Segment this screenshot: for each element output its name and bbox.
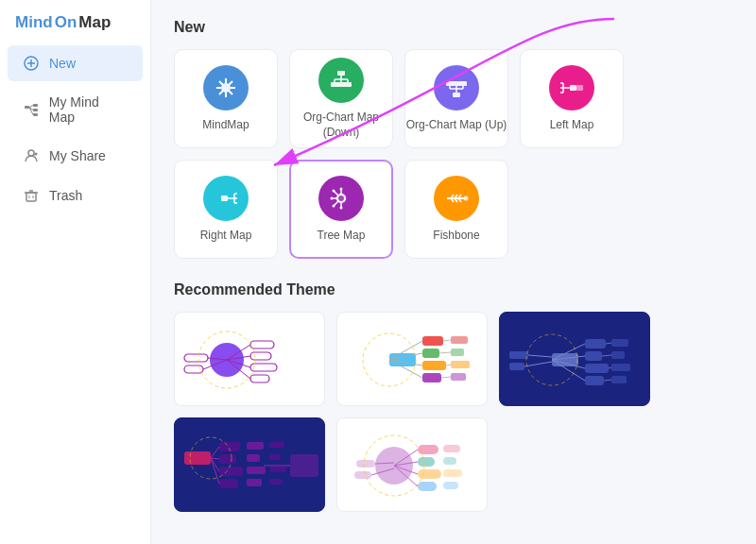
template-left-map[interactable]: Left Map <box>520 49 624 148</box>
sidebar-item-my-mind-map[interactable]: My Mind Map <box>8 85 143 134</box>
svg-rect-150 <box>269 467 286 472</box>
svg-rect-35 <box>337 82 345 87</box>
svg-rect-4 <box>33 104 38 107</box>
org-up-icon-circle <box>434 65 479 110</box>
svg-rect-5 <box>33 109 38 111</box>
svg-rect-122 <box>611 351 625 359</box>
svg-rect-165 <box>443 457 456 465</box>
svg-point-64 <box>340 187 343 190</box>
svg-rect-164 <box>443 445 460 452</box>
template-mindmap[interactable]: MindMap <box>174 49 278 148</box>
svg-rect-104 <box>451 361 470 368</box>
svg-point-68 <box>333 189 335 192</box>
trash-icon <box>23 187 40 204</box>
svg-rect-80 <box>250 341 274 348</box>
fishbone-icon-circle <box>434 176 479 221</box>
svg-rect-36 <box>344 82 352 87</box>
svg-rect-148 <box>269 442 284 448</box>
svg-rect-137 <box>219 454 236 464</box>
logo-map: Map <box>78 13 111 32</box>
theme-card-1[interactable] <box>174 312 325 406</box>
org-down-label: Org-Chart Map(Down) <box>303 110 379 140</box>
svg-rect-157 <box>418 457 435 467</box>
svg-rect-166 <box>443 469 462 477</box>
logo: MindOnMap <box>0 0 150 43</box>
svg-line-108 <box>446 365 451 366</box>
svg-rect-144 <box>247 442 264 450</box>
svg-rect-152 <box>290 454 318 477</box>
svg-rect-149 <box>269 454 281 460</box>
svg-rect-114 <box>585 351 602 361</box>
svg-rect-167 <box>443 482 458 489</box>
svg-rect-88 <box>184 354 208 362</box>
svg-rect-121 <box>611 339 628 347</box>
svg-rect-46 <box>570 85 576 91</box>
svg-rect-95 <box>422 348 439 358</box>
svg-rect-81 <box>250 352 271 360</box>
svg-rect-34 <box>331 82 338 87</box>
svg-point-65 <box>340 206 343 209</box>
theme-card-3[interactable] <box>499 312 650 406</box>
svg-line-106 <box>443 340 451 341</box>
svg-rect-53 <box>221 196 228 201</box>
svg-rect-124 <box>611 376 627 383</box>
logo-mind: Mind <box>15 13 53 32</box>
right-map-icon-circle <box>203 176 249 221</box>
mindmap-label: MindMap <box>202 118 249 133</box>
svg-line-24 <box>219 81 223 85</box>
svg-rect-168 <box>356 460 375 468</box>
template-org-chart-up[interactable]: Org-Chart Map (Up) <box>404 49 508 148</box>
svg-rect-13 <box>26 193 36 201</box>
svg-rect-89 <box>184 366 203 373</box>
logo-on: On <box>55 13 77 32</box>
svg-rect-102 <box>451 336 468 344</box>
svg-rect-156 <box>418 445 438 454</box>
svg-rect-159 <box>418 482 437 491</box>
mind-map-icon <box>23 101 40 118</box>
theme-card-5[interactable] <box>336 417 488 512</box>
svg-line-12 <box>33 155 36 156</box>
svg-rect-169 <box>354 471 371 479</box>
sidebar-my-share-label: My Share <box>49 148 106 163</box>
svg-line-25 <box>229 81 232 85</box>
svg-rect-37 <box>453 93 460 97</box>
fishbone-label: Fishbone <box>433 229 479 244</box>
svg-line-107 <box>439 352 451 353</box>
svg-rect-96 <box>422 361 446 370</box>
plus-icon <box>23 55 40 72</box>
svg-line-27 <box>229 91 232 94</box>
template-tree-map[interactable]: Tree Map <box>289 160 393 259</box>
sidebar-item-my-share[interactable]: My Share <box>8 138 143 174</box>
svg-rect-3 <box>25 106 29 109</box>
svg-rect-151 <box>269 479 283 484</box>
template-org-chart-down[interactable]: Org-Chart Map(Down) <box>289 49 393 148</box>
svg-line-109 <box>441 377 451 378</box>
svg-rect-6 <box>33 113 38 116</box>
svg-rect-139 <box>219 479 238 488</box>
svg-rect-105 <box>451 373 466 381</box>
new-section-title: New <box>174 19 733 36</box>
theme-card-4[interactable] <box>174 417 325 512</box>
svg-point-78 <box>464 196 469 200</box>
svg-rect-103 <box>451 348 464 356</box>
svg-rect-43 <box>446 81 454 86</box>
theme-grid <box>174 312 733 512</box>
svg-rect-147 <box>247 479 262 486</box>
tree-map-icon-circle <box>318 176 364 221</box>
tree-map-label: Tree Map <box>318 229 366 244</box>
sidebar-trash-label: Trash <box>49 188 82 203</box>
theme-card-2[interactable] <box>336 312 488 406</box>
template-right-map[interactable]: Right Map <box>174 160 278 259</box>
svg-line-7 <box>29 106 33 108</box>
svg-rect-52 <box>576 85 583 91</box>
sidebar-item-trash[interactable]: Trash <box>8 178 143 213</box>
svg-rect-28 <box>337 71 345 76</box>
svg-rect-113 <box>585 339 606 348</box>
main-content: New MindMap <box>151 0 756 544</box>
svg-rect-138 <box>219 467 243 476</box>
svg-rect-45 <box>459 81 467 86</box>
template-fishbone[interactable]: Fishbone <box>404 160 508 259</box>
left-map-label: Left Map <box>550 118 594 133</box>
svg-point-66 <box>331 196 334 199</box>
sidebar-item-new[interactable]: New <box>8 45 143 81</box>
